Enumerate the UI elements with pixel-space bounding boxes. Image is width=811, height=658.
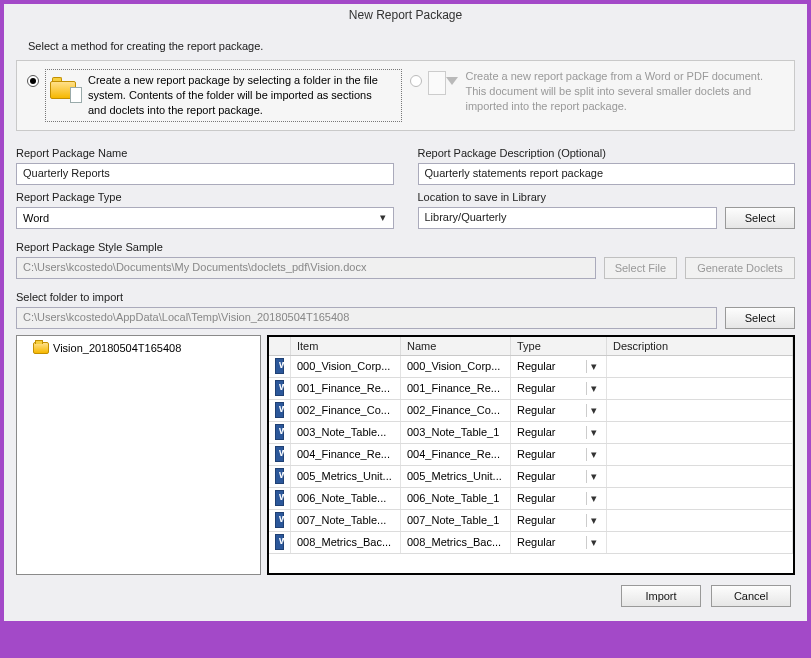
cell-type[interactable]: Regular▾ xyxy=(511,466,607,487)
cell-name[interactable]: 005_Metrics_Unit... xyxy=(401,466,511,487)
col-icon[interactable] xyxy=(269,337,291,355)
cell-item[interactable]: 007_Note_Table... xyxy=(291,510,401,531)
folder-icon xyxy=(50,75,82,103)
chevron-down-icon[interactable]: ▾ xyxy=(586,470,600,483)
table-row[interactable]: 002_Finance_Co...002_Finance_Co...Regula… xyxy=(269,400,793,422)
cell-type[interactable]: Regular▾ xyxy=(511,422,607,443)
cell-desc[interactable] xyxy=(607,466,793,487)
method-group: Create a new report package by selecting… xyxy=(16,60,795,131)
method-folder-frame: Create a new report package by selecting… xyxy=(45,69,402,122)
cell-type[interactable]: Regular▾ xyxy=(511,488,607,509)
cell-type[interactable]: Regular▾ xyxy=(511,400,607,421)
import-button[interactable]: Import xyxy=(621,585,701,607)
cell-icon xyxy=(269,466,291,487)
cell-type[interactable]: Regular▾ xyxy=(511,378,607,399)
select-folder-button[interactable]: Select xyxy=(725,307,795,329)
chevron-down-icon[interactable]: ▾ xyxy=(586,492,600,505)
table-row[interactable]: 004_Finance_Re...004_Finance_Re...Regula… xyxy=(269,444,793,466)
chevron-down-icon[interactable]: ▾ xyxy=(586,426,600,439)
cell-item[interactable]: 006_Note_Table... xyxy=(291,488,401,509)
cell-item[interactable]: 000_Vision_Corp... xyxy=(291,356,401,377)
cell-desc[interactable] xyxy=(607,532,793,553)
label-desc: Report Package Description (Optional) xyxy=(418,147,796,159)
cell-desc[interactable] xyxy=(607,356,793,377)
cell-name[interactable]: 002_Finance_Co... xyxy=(401,400,511,421)
cell-item[interactable]: 005_Metrics_Unit... xyxy=(291,466,401,487)
cell-desc[interactable] xyxy=(607,378,793,399)
cell-name[interactable]: 007_Note_Table_1 xyxy=(401,510,511,531)
document-split-icon xyxy=(428,71,460,99)
cell-item[interactable]: 004_Finance_Re... xyxy=(291,444,401,465)
input-desc[interactable]: Quarterly statements report package xyxy=(418,163,796,185)
select-type-value: Word xyxy=(23,212,49,224)
col-name[interactable]: Name xyxy=(401,337,511,355)
word-icon xyxy=(275,358,284,374)
dialog-footer: Import Cancel xyxy=(16,575,795,611)
cell-type[interactable]: Regular▾ xyxy=(511,532,607,553)
cell-type[interactable]: Regular▾ xyxy=(511,444,607,465)
radio-document xyxy=(410,75,422,87)
cell-icon xyxy=(269,422,291,443)
method-document-text: Create a new report package from a Word … xyxy=(466,69,785,114)
cell-desc[interactable] xyxy=(607,510,793,531)
tree-root-item[interactable]: Vision_20180504T165408 xyxy=(23,340,254,356)
table-row[interactable]: 008_Metrics_Bac...008_Metrics_Bac...Regu… xyxy=(269,532,793,554)
cell-name[interactable]: 001_Finance_Re... xyxy=(401,378,511,399)
word-icon xyxy=(275,380,284,396)
grid-empty-area xyxy=(269,554,793,573)
col-desc[interactable]: Description xyxy=(607,337,793,355)
cell-desc[interactable] xyxy=(607,400,793,421)
folder-tree[interactable]: Vision_20180504T165408 xyxy=(16,335,261,575)
select-type[interactable]: Word ▾ xyxy=(16,207,394,229)
label-type: Report Package Type xyxy=(16,191,394,203)
input-location[interactable]: Library/Quarterly xyxy=(418,207,718,229)
word-icon xyxy=(275,424,284,440)
cell-name[interactable]: 004_Finance_Re... xyxy=(401,444,511,465)
input-name[interactable]: Quarterly Reports xyxy=(16,163,394,185)
cell-name[interactable]: 003_Note_Table_1 xyxy=(401,422,511,443)
word-icon xyxy=(275,446,284,462)
table-row[interactable]: 003_Note_Table...003_Note_Table_1Regular… xyxy=(269,422,793,444)
col-type[interactable]: Type xyxy=(511,337,607,355)
cell-name[interactable]: 006_Note_Table_1 xyxy=(401,488,511,509)
col-item[interactable]: Item xyxy=(291,337,401,355)
chevron-down-icon[interactable]: ▾ xyxy=(586,382,600,395)
radio-folder[interactable] xyxy=(27,75,39,87)
name-desc-row: Report Package Name Quarterly Reports Re… xyxy=(16,145,795,229)
chevron-down-icon[interactable]: ▾ xyxy=(586,404,600,417)
doclet-grid: Item Name Type Description 000_Vision_Co… xyxy=(267,335,795,575)
chevron-down-icon: ▾ xyxy=(377,211,389,224)
table-row[interactable]: 005_Metrics_Unit...005_Metrics_Unit...Re… xyxy=(269,466,793,488)
table-row[interactable]: 007_Note_Table...007_Note_Table_1Regular… xyxy=(269,510,793,532)
cell-item[interactable]: 008_Metrics_Bac... xyxy=(291,532,401,553)
label-name: Report Package Name xyxy=(16,147,394,159)
table-row[interactable]: 000_Vision_Corp...000_Vision_Corp...Regu… xyxy=(269,356,793,378)
chevron-down-icon[interactable]: ▾ xyxy=(586,514,600,527)
dialog-title: New Report Package xyxy=(4,4,807,28)
cell-name[interactable]: 000_Vision_Corp... xyxy=(401,356,511,377)
cell-desc[interactable] xyxy=(607,444,793,465)
word-icon xyxy=(275,490,284,506)
folder-icon xyxy=(33,342,49,354)
cell-name[interactable]: 008_Metrics_Bac... xyxy=(401,532,511,553)
select-location-button[interactable]: Select xyxy=(725,207,795,229)
label-folder: Select folder to import xyxy=(16,291,795,303)
cancel-button[interactable]: Cancel xyxy=(711,585,791,607)
chevron-down-icon[interactable]: ▾ xyxy=(586,360,600,373)
method-folder[interactable]: Create a new report package by selecting… xyxy=(27,69,402,122)
input-style: C:\Users\kcostedo\Documents\My Documents… xyxy=(16,257,596,279)
cell-type[interactable]: Regular▾ xyxy=(511,510,607,531)
cell-item[interactable]: 001_Finance_Re... xyxy=(291,378,401,399)
table-row[interactable]: 006_Note_Table...006_Note_Table_1Regular… xyxy=(269,488,793,510)
chevron-down-icon[interactable]: ▾ xyxy=(586,448,600,461)
cell-item[interactable]: 002_Finance_Co... xyxy=(291,400,401,421)
label-location: Location to save in Library xyxy=(418,191,796,203)
cell-desc[interactable] xyxy=(607,422,793,443)
method-document: Create a new report package from a Word … xyxy=(410,69,785,122)
cell-desc[interactable] xyxy=(607,488,793,509)
chevron-down-icon[interactable]: ▾ xyxy=(586,536,600,549)
cell-item[interactable]: 003_Note_Table... xyxy=(291,422,401,443)
table-row[interactable]: 001_Finance_Re...001_Finance_Re...Regula… xyxy=(269,378,793,400)
cell-type[interactable]: Regular▾ xyxy=(511,356,607,377)
intro-text: Select a method for creating the report … xyxy=(28,40,795,52)
